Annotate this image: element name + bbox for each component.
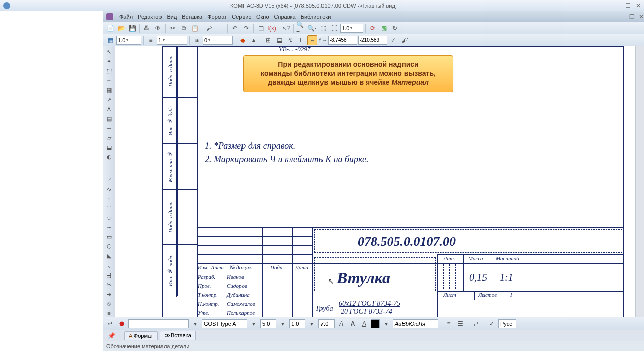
open-button[interactable]: 📂	[116, 23, 126, 33]
menu-window[interactable]: Окно	[256, 14, 269, 20]
print-button[interactable]: 🖶	[142, 23, 152, 33]
color-swatch[interactable]	[371, 319, 380, 328]
zoom-fit-button[interactable]: ⛶	[329, 23, 339, 33]
axis-tool[interactable]: -┼-	[104, 124, 114, 133]
variables-button[interactable]: f(x)	[267, 23, 277, 33]
rect-tool[interactable]: ▭	[104, 232, 114, 241]
maximize-button[interactable]: ☐	[625, 2, 631, 9]
drop1[interactable]: ▾	[190, 319, 200, 329]
size2[interactable]: 1.0	[289, 319, 305, 328]
manager-button[interactable]: ◫	[256, 23, 266, 33]
coord-x[interactable]: -8.7458	[328, 36, 357, 45]
zoom-in-button[interactable]: 🔍+	[296, 23, 306, 33]
enter-button[interactable]: ↵	[105, 319, 115, 329]
help-context-button[interactable]: ↖?	[281, 23, 291, 33]
grid-button[interactable]: ⊞	[263, 35, 273, 45]
cut-button[interactable]: ✂	[168, 23, 178, 33]
drop5[interactable]: ▾	[381, 319, 391, 329]
drop2[interactable]: ▾	[249, 319, 259, 329]
lcs-button[interactable]: ↯	[285, 35, 295, 45]
pin-button[interactable]: 📌	[106, 331, 116, 341]
spline-tool[interactable]: ∽	[104, 223, 114, 232]
linestyle-button[interactable]: ≋	[192, 35, 202, 45]
drop4[interactable]: ▾	[307, 319, 317, 329]
menu-service[interactable]: Сервис	[232, 14, 251, 20]
mdi-close[interactable]: ✕	[639, 13, 644, 20]
prop-field-1[interactable]	[128, 319, 189, 328]
arrow-tool[interactable]: ↖	[104, 47, 114, 56]
drawing-canvas[interactable]: УВ-... -0297 Подп. и дата Инв. № дубл. В…	[115, 46, 635, 328]
menu-help[interactable]: Справка	[274, 14, 296, 20]
size3[interactable]: 7.0	[318, 319, 335, 328]
drop3[interactable]: ▾	[278, 319, 288, 329]
zoom-out-button[interactable]: 🔍-	[307, 23, 317, 33]
zoom-combo[interactable]: 1.0▾	[340, 24, 363, 33]
copy-button[interactable]: ⧉	[179, 23, 189, 33]
list-button[interactable]: ☰	[455, 319, 465, 329]
table-tool[interactable]: ▤	[104, 114, 114, 123]
ortho-button[interactable]: ⬓	[274, 35, 284, 45]
stamp-code[interactable]: 078.505.0.0107.00	[358, 234, 456, 249]
layer-combo[interactable]: 1▾	[157, 36, 187, 45]
text-tool[interactable]: A	[104, 105, 114, 114]
paste-button[interactable]: 📋	[190, 23, 200, 33]
dimension-tool[interactable]: ↔	[104, 76, 114, 85]
toggle-button[interactable]: ⇄	[471, 319, 481, 329]
mdi-minimize[interactable]: —	[619, 13, 625, 20]
fillet-tool[interactable]: ◟	[104, 261, 114, 270]
zoom-area-tool[interactable]: ✦	[104, 57, 114, 66]
render-button[interactable]: ▧	[379, 23, 389, 33]
weld-tool[interactable]: ◐	[104, 152, 114, 161]
menu-insert[interactable]: Вставка	[182, 14, 202, 20]
zoom-window-button[interactable]: ⬚	[318, 23, 328, 33]
rotate-button[interactable]: ⟳	[368, 23, 378, 33]
break-tool[interactable]: ⎋	[104, 299, 114, 308]
circle-tool[interactable]: ○	[104, 194, 114, 203]
style-combo[interactable]: 0▾	[203, 36, 233, 45]
preview-button[interactable]: 👁	[153, 23, 163, 33]
menu-libs[interactable]: Библиотеки	[301, 14, 331, 20]
redo-button[interactable]: ↷	[241, 23, 251, 33]
stop-button[interactable]: ⬣	[117, 319, 127, 329]
stamp-scale-val[interactable]: 1:1	[500, 272, 513, 283]
refresh-button[interactable]: ↻	[390, 23, 400, 33]
arc-tool[interactable]: ⌒	[104, 204, 114, 213]
ok-coord-button[interactable]: ✓	[388, 35, 398, 45]
menu-format[interactable]: Формат	[207, 14, 227, 20]
close-button[interactable]: ✕	[636, 2, 641, 9]
tab-insert[interactable]: ≫Вставка	[160, 331, 196, 340]
size1[interactable]: 5.0	[260, 319, 276, 328]
stamp-material-l1[interactable]: 60x12 ГОСТ 8734-75	[339, 300, 400, 308]
line-tool[interactable]: ⟋	[104, 175, 114, 184]
layers-button[interactable]: ≡	[146, 35, 156, 45]
chamfer-tool[interactable]: ◣	[104, 251, 114, 260]
polyline-tool[interactable]: ∿	[104, 185, 114, 194]
vertical-scrollbar[interactable]	[635, 46, 644, 328]
mdi-restore[interactable]: ❐	[629, 13, 635, 20]
lang-combo[interactable]: Русс	[498, 319, 516, 328]
align-left-button[interactable]: ≡	[444, 319, 454, 329]
extend-tool[interactable]: ⇥	[104, 290, 114, 299]
spellcheck-button[interactable]: ✓	[487, 319, 497, 329]
ellipse-tool[interactable]: ⬭	[104, 213, 114, 222]
props-button[interactable]: ≣	[215, 23, 225, 33]
trim-tool[interactable]: ✂	[104, 280, 114, 289]
main-stamp[interactable]: Изм. Лист № докум. Подп. Дата Разраб. Ив…	[197, 227, 624, 328]
snap-mid-icon[interactable]: ▲	[249, 35, 259, 45]
copy-props-button[interactable]: 🖌	[204, 23, 214, 33]
minimize-button[interactable]: —	[614, 2, 620, 9]
stamp-mass-val[interactable]: 0,15	[469, 272, 487, 283]
snaps-button[interactable]: ▦	[105, 35, 115, 45]
font-combo[interactable]: GOST type A	[202, 319, 247, 328]
stamp-partname[interactable]: Втулка	[337, 268, 390, 287]
coord-y[interactable]: -210.589	[358, 36, 387, 45]
undo-button[interactable]: ↶	[230, 23, 240, 33]
menu-view[interactable]: Вид	[167, 14, 177, 20]
stamp-material-pre[interactable]: Труба	[315, 305, 333, 313]
ref-tool[interactable]: ⬓	[104, 143, 114, 152]
symbol-tool[interactable]: ⬡	[104, 242, 114, 251]
point-tool[interactable]: ·	[104, 165, 114, 174]
menu-file[interactable]: Файл	[119, 14, 133, 20]
select-tool[interactable]: ⬚	[104, 66, 114, 75]
param-button[interactable]: Γ	[296, 35, 306, 45]
